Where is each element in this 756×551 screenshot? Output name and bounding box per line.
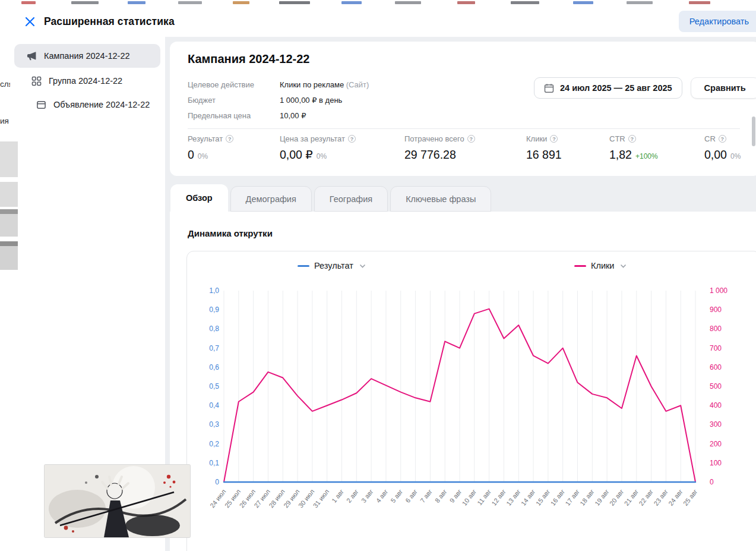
stat-value: 29 776.28 — [404, 148, 526, 162]
background-block — [0, 209, 18, 214]
grid-icon — [31, 76, 42, 86]
tab-overview[interactable]: Обзор — [170, 184, 228, 212]
stat-label-text: Результат — [188, 134, 223, 143]
sidebar-item-ad[interactable]: Объявление 2024-12-22 — [14, 95, 160, 114]
svg-text:0,6: 0,6 — [209, 363, 219, 371]
svg-text:200: 200 — [710, 440, 722, 448]
dynamics-chart[interactable]: 00,10,20,30,40,50,60,70,80,91,0010020030… — [187, 279, 756, 546]
svg-text:31 июл: 31 июл — [312, 488, 331, 509]
stat-value: 1,82+100% — [609, 148, 704, 162]
compare-button[interactable]: Сравнить — [691, 77, 756, 99]
svg-text:5 авг: 5 авг — [389, 488, 404, 504]
tab-keywords[interactable]: Ключевые фразы — [390, 186, 491, 212]
close-icon — [25, 17, 35, 27]
svg-text:2 авг: 2 авг — [345, 488, 360, 504]
stat-label-text: Потрачено всего — [404, 134, 464, 143]
card-icon — [36, 100, 47, 110]
detail-label: Целевое действие — [188, 80, 280, 90]
svg-text:12 авг: 12 авг — [490, 488, 507, 507]
svg-text:1 000: 1 000 — [710, 286, 727, 295]
bookmark-fragment — [341, 1, 362, 4]
edit-button[interactable]: Редактировать — [679, 11, 756, 32]
legend-clicks[interactable]: Клики — [574, 261, 627, 270]
stat-value-number: 0 — [188, 148, 194, 161]
background-block — [0, 182, 18, 207]
svg-text:6 авг: 6 авг — [404, 488, 419, 504]
svg-text:1,0: 1,0 — [209, 286, 219, 295]
help-icon[interactable] — [348, 135, 356, 143]
tab-bar: ОбзорДемографияГеографияКлючевые фразы — [170, 184, 491, 212]
svg-text:25 авг: 25 авг — [682, 488, 699, 507]
close-button[interactable] — [23, 14, 37, 29]
legend-result[interactable]: Результат — [298, 261, 366, 270]
background-text-fragment: сля — [0, 80, 10, 89]
bookmark-fragment — [395, 1, 421, 4]
detail-value: 10,00 ₽ — [280, 111, 306, 121]
tab-demography[interactable]: Демография — [230, 186, 312, 212]
legend-label: Клики — [591, 261, 614, 270]
chevron-down-icon — [620, 264, 627, 268]
stat-label: CTR — [609, 134, 704, 143]
svg-text:0,1: 0,1 — [209, 459, 219, 467]
svg-text:300: 300 — [710, 420, 722, 429]
svg-text:10 авг: 10 авг — [461, 488, 478, 507]
svg-text:15 авг: 15 авг — [534, 488, 552, 507]
detail-suffix: (Сайт) — [344, 80, 369, 89]
svg-text:0: 0 — [710, 478, 714, 486]
detail-value: Клики по рекламе (Сайт) — [280, 80, 369, 90]
stat-label: Потрачено всего — [404, 134, 526, 143]
svg-text:18 авг: 18 авг — [578, 488, 596, 507]
detail-label: Бюджет — [188, 95, 280, 105]
date-range-label: 24 июл 2025 — 25 авг 2025 — [560, 83, 672, 93]
divider — [188, 128, 740, 129]
date-range-button[interactable]: 24 июл 2025 — 25 авг 2025 — [534, 77, 682, 99]
svg-text:0,7: 0,7 — [209, 344, 219, 352]
stat-label: Результат — [188, 134, 280, 143]
help-icon[interactable] — [226, 135, 233, 143]
chart-legend: РезультатКлики — [187, 251, 756, 279]
help-icon[interactable] — [467, 135, 475, 143]
campaign-title: Кампания 2024-12-22 — [188, 52, 309, 66]
svg-text:700: 700 — [710, 344, 722, 352]
bookmark-fragment — [511, 1, 539, 4]
svg-text:0,9: 0,9 — [209, 306, 219, 314]
stat-cost-per-result: Цена за результат0,00 ₽0% — [280, 134, 404, 162]
stat-label: Цена за результат — [280, 134, 404, 143]
sidebar-item-campaign[interactable]: Кампания 2024-12-22 — [14, 44, 160, 68]
svg-text:0,4: 0,4 — [209, 401, 219, 410]
stat-sub-value: 0% — [317, 152, 327, 160]
stat-result: Результат00% — [188, 134, 280, 162]
help-icon[interactable] — [550, 135, 558, 143]
artwork-image — [45, 465, 190, 537]
help-icon[interactable] — [719, 135, 726, 143]
background-block — [0, 241, 18, 246]
stat-value: 0,000% — [704, 148, 756, 162]
bookmark-fragment — [573, 1, 593, 4]
sidebar-item-label: Объявление 2024-12-22 — [53, 100, 150, 109]
stat-sub-value: 0% — [198, 152, 208, 160]
svg-text:23 авг: 23 авг — [652, 488, 669, 507]
stat-sub-value: 0% — [730, 152, 741, 160]
modal-header: Расширенная статистика Редактировать — [0, 6, 756, 37]
stat-label-text: CR — [704, 134, 716, 143]
svg-text:0,5: 0,5 — [209, 382, 219, 391]
help-icon[interactable] — [628, 135, 636, 143]
scrollbar-thumb[interactable] — [752, 117, 755, 146]
svg-text:8 авг: 8 авг — [434, 488, 448, 504]
tab-geography[interactable]: География — [314, 186, 388, 212]
campaign-summary-card: Кампания 2024-12-22 Целевое действиеКлик… — [170, 42, 756, 176]
svg-text:22 авг: 22 авг — [637, 488, 654, 507]
background-text-fragment: ия — [0, 117, 10, 125]
stat-value: 16 891 — [526, 148, 609, 162]
stats-row: Результат00%Цена за результат0,00 ₽0%Пот… — [188, 134, 756, 162]
legend-dash — [298, 265, 309, 267]
svg-text:14 авг: 14 авг — [520, 488, 537, 507]
bookmark-fragment — [233, 1, 249, 4]
stat-sub-value: +100% — [635, 152, 658, 160]
overview-panel: Динамика открутки РезультатКлики 00,10,2… — [170, 212, 756, 551]
sidebar-item-group[interactable]: Группа 2024-12-22 — [14, 71, 160, 90]
svg-text:17 авг: 17 авг — [564, 488, 581, 507]
main-content: Кампания 2024-12-22 Целевое действиеКлик… — [165, 37, 756, 551]
svg-text:500: 500 — [710, 382, 722, 391]
svg-text:13 авг: 13 авг — [505, 488, 522, 507]
